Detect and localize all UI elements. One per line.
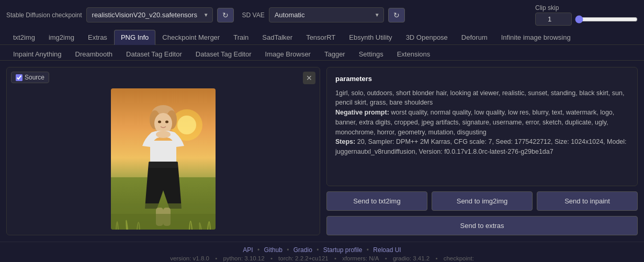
source-label[interactable]: Source	[11, 72, 49, 83]
footer-dot-1: •	[257, 246, 259, 254]
vae-label: SD VAE	[242, 12, 265, 19]
clip-slider[interactable]	[575, 15, 638, 24]
tab-ebsynth[interactable]: Ebsynth Utility	[342, 30, 399, 45]
params-box: parameters 1girl, solo, outdoors, short …	[326, 67, 638, 186]
sub-tab-extensions[interactable]: Extensions	[390, 47, 437, 61]
params-title: parameters	[335, 74, 629, 84]
tab-txt2img[interactable]: txt2img	[6, 30, 42, 45]
footer-startup-link[interactable]: Startup profile	[323, 246, 363, 254]
footer: API • Github • Gradio • Startup profile …	[0, 242, 644, 262]
sub-tab-dataset-tag-editor-1[interactable]: Dataset Tag Editor	[119, 47, 189, 61]
params-steps-label: Steps:	[335, 138, 355, 145]
footer-api-link[interactable]: API	[243, 246, 253, 254]
checkpoint-dropdown-wrapper: realisticVisionV20_v20.safetensors ▼	[86, 7, 213, 22]
footer-bullet-1: •	[215, 255, 217, 261]
footer-dot-2: •	[287, 246, 289, 254]
source-text: Source	[25, 74, 44, 81]
footer-gradio-link[interactable]: Gradio	[293, 246, 312, 254]
vae-section: SD VAE Automatic ▼ ↻	[242, 7, 405, 22]
svg-rect-11	[150, 141, 176, 164]
footer-github-link[interactable]: Github	[264, 246, 283, 254]
clip-number-input[interactable]	[535, 13, 572, 26]
footer-links: API • Github • Gradio • Startup profile …	[6, 246, 638, 254]
footer-torch: torch: 2.2.2+cu121	[278, 255, 329, 261]
person-svg	[111, 88, 216, 230]
vae-dropdown-wrapper: Automatic ▼	[269, 7, 384, 22]
params-steps: 20, Sampler: DPM++ 2M Karras, CFG scale:…	[335, 138, 627, 155]
send-extras-button[interactable]: Send to extras	[326, 216, 638, 235]
vae-refresh-button[interactable]: ↻	[388, 8, 405, 22]
checkpoint-refresh-button[interactable]: ↻	[217, 8, 234, 22]
vae-select[interactable]: Automatic	[269, 7, 384, 22]
footer-bullet-4: •	[385, 255, 387, 261]
send-img2img-button[interactable]: Send to img2img	[432, 191, 533, 211]
close-image-button[interactable]: ✕	[303, 72, 315, 84]
footer-version: version: v1.8.0	[170, 255, 209, 261]
params-positive: 1girl, solo, outdoors, short blonder hai…	[335, 89, 624, 107]
svg-point-12	[156, 131, 171, 138]
top-bar: Stable Diffusion checkpoint realisticVis…	[0, 0, 644, 28]
tab-infinite-browsing[interactable]: Infinite image browsing	[494, 30, 578, 45]
footer-bullet-2: •	[270, 255, 273, 261]
footer-version-row: version: v1.8.0 • python: 3.10.12 • torc…	[6, 255, 638, 261]
footer-gradio-version: gradio: 3.41.2	[393, 255, 430, 261]
footer-checkpoint: checkpoint:	[444, 255, 474, 261]
action-buttons-row: Send to txt2img Send to img2img Send to …	[326, 191, 638, 211]
main-content: Source ✕	[0, 61, 644, 242]
clip-section: Clip skip	[535, 4, 638, 26]
svg-point-3	[177, 116, 196, 134]
tab-train[interactable]: Train	[227, 30, 255, 45]
nav-tabs: txt2img img2img Extras PNG Info Checkpoi…	[0, 28, 644, 45]
source-checkbox[interactable]	[16, 74, 22, 81]
left-panel: Source ✕	[6, 67, 320, 235]
footer-dot-4: •	[367, 246, 369, 254]
tab-deforum[interactable]: Deforum	[455, 30, 494, 45]
checkpoint-label: Stable Diffusion checkpoint	[6, 12, 82, 19]
tab-checkpoint-merger[interactable]: Checkpoint Merger	[155, 30, 227, 45]
params-text: 1girl, solo, outdoors, short blonder hai…	[335, 88, 629, 157]
tab-tensorrt[interactable]: TensorRT	[299, 30, 342, 45]
tab-3d-openpose[interactable]: 3D Openpose	[399, 30, 455, 45]
sub-tab-tagger[interactable]: Tagger	[318, 47, 352, 61]
image-preview	[111, 88, 216, 230]
params-negative-label: Negative prompt:	[335, 109, 389, 116]
right-panel: parameters 1girl, solo, outdoors, short …	[326, 67, 638, 235]
clip-label: Clip skip	[535, 4, 638, 12]
sub-tab-image-browser[interactable]: Image Browser	[258, 47, 318, 61]
tab-img2img[interactable]: img2img	[42, 30, 81, 45]
checkpoint-section: Stable Diffusion checkpoint realisticVis…	[6, 7, 234, 22]
svg-point-10	[165, 121, 168, 123]
sub-tab-inpaint-anything[interactable]: Inpaint Anything	[6, 47, 69, 61]
footer-dot-3: •	[317, 246, 319, 254]
sub-tab-dreambooth[interactable]: Dreambooth	[69, 47, 120, 61]
clip-input-row	[535, 13, 638, 26]
footer-bullet-3: •	[334, 255, 336, 261]
sub-tab-settings[interactable]: Settings	[352, 47, 390, 61]
footer-xformers: xformers: N/A	[342, 255, 379, 261]
footer-python: python: 3.10.12	[223, 255, 264, 261]
tab-png-info[interactable]: PNG Info	[114, 30, 155, 45]
tab-extras[interactable]: Extras	[81, 30, 114, 45]
checkpoint-select[interactable]: realisticVisionV20_v20.safetensors	[86, 7, 213, 22]
sub-nav-tabs: Inpaint Anything Dreambooth Dataset Tag …	[0, 45, 644, 61]
sub-tab-dataset-tag-editor-2[interactable]: Dataset Tag Editor	[189, 47, 258, 61]
svg-rect-13	[149, 162, 178, 168]
send-txt2img-button[interactable]: Send to txt2img	[326, 191, 427, 211]
footer-bullet-5: •	[435, 255, 437, 261]
footer-reload-link[interactable]: Reload UI	[373, 246, 401, 254]
send-inpaint-button[interactable]: Send to inpaint	[537, 191, 638, 211]
svg-point-9	[158, 121, 161, 123]
tab-sadtalker[interactable]: SadTalker	[255, 30, 299, 45]
